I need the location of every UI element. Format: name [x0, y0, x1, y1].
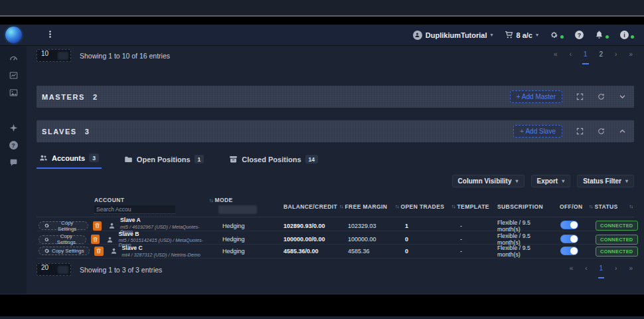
cell-free-margin: 100000.00	[335, 236, 392, 243]
sort-icon[interactable]: ↑↓	[395, 203, 399, 209]
pagination-first[interactable]: «	[552, 51, 559, 63]
sort-icon[interactable]: ↑↓	[209, 197, 213, 203]
table-toolbar: Column Visibility▾ Export▾ Status Filter…	[37, 175, 634, 187]
toggle-knob	[570, 235, 578, 243]
sidebar-analytics-chart-icon[interactable]	[9, 71, 18, 80]
account-avatar-icon	[106, 236, 114, 243]
status-dot	[605, 35, 609, 39]
slaves-count: 3	[85, 128, 89, 136]
pagination-prev[interactable]: ‹	[584, 265, 588, 277]
col-status: STATUS	[595, 203, 618, 210]
chevron-down-icon: ▾	[491, 33, 493, 38]
delete-account-button[interactable]	[91, 235, 100, 244]
add-master-button[interactable]: + Add Master	[510, 90, 562, 103]
pagination-first[interactable]: «	[568, 265, 575, 277]
app-window: DuplikiumTutorial ▾ 8 a/c ▾ ? i	[0, 25, 644, 294]
cell-open-trades: 0	[392, 236, 445, 243]
pagination-page-1[interactable]: 1	[582, 51, 589, 64]
collapse-chevron-up-icon[interactable]	[619, 128, 626, 135]
sort-icon[interactable]: ↑↓	[339, 203, 343, 209]
pagination-last[interactable]: »	[627, 265, 634, 277]
pagination-next[interactable]: ›	[613, 51, 618, 63]
cell-subscription: Flexible / 9.5 month(s)	[484, 219, 548, 233]
help-button[interactable]: ?	[575, 31, 584, 39]
sort-icon[interactable]: ↑↓	[589, 203, 593, 209]
masters-list-controls: 10 Showing 1 to 10 of 16 entries « ‹ 1 2…	[37, 49, 634, 66]
cell-mode: Hedging	[209, 248, 270, 255]
pagination-last[interactable]: »	[627, 51, 634, 63]
expand-icon[interactable]	[576, 93, 584, 100]
sidebar-feedback-chat-icon[interactable]	[9, 158, 18, 167]
cell-template: -	[445, 248, 484, 255]
sidebar-dashboard-gauge-icon[interactable]	[9, 54, 18, 62]
pagination-top: « ‹ 1 2 › »	[552, 51, 634, 64]
column-visibility-button[interactable]: Column Visibility▾	[452, 175, 524, 187]
kebab-menu-icon[interactable]	[45, 30, 54, 41]
pagination-next[interactable]: ›	[613, 265, 618, 277]
export-button[interactable]: Export▾	[531, 175, 571, 187]
delete-account-button[interactable]	[93, 221, 102, 231]
archive-icon	[229, 155, 238, 163]
copy-settings-button[interactable]: Copy Settings	[39, 235, 86, 244]
slaves-accounts-table: ACCOUNT ↑↓MODE BALANCE/CREDIT ↑↓FREE MAR…	[37, 192, 634, 259]
account-details: mt4 / 3287312 (USD) / Netrins-Demo	[122, 253, 201, 257]
sort-icon[interactable]: ↑↓	[629, 203, 633, 209]
chevron-down-icon: ▾	[536, 33, 538, 38]
user-menu[interactable]: DuplikiumTutorial ▾	[413, 31, 493, 40]
cell-subscription: Flexible / 9.5 month(s)	[484, 245, 548, 258]
expand-icon[interactable]	[576, 128, 584, 135]
trash-icon	[92, 237, 98, 243]
delete-account-button[interactable]	[94, 247, 104, 256]
sidebar-sparkle-icon[interactable]	[9, 124, 18, 132]
tab-open-positions[interactable]: Open Positions 1	[121, 155, 206, 169]
masters-section-bar: MASTERS 2 + Add Master	[37, 86, 634, 108]
mode-filter-blurred[interactable]	[218, 205, 257, 214]
tab-open-positions-count: 1	[195, 155, 204, 163]
masters-title: MASTERS	[42, 93, 85, 101]
cell-open-trades: 1	[392, 223, 445, 229]
sidebar-screens-image-icon[interactable]	[9, 88, 18, 97]
accounts-cart-menu[interactable]: 8 a/c ▾	[505, 31, 538, 39]
pagination-page-2[interactable]: 2	[598, 51, 605, 63]
account-search-input[interactable]	[94, 205, 175, 214]
cell-template: -	[445, 223, 484, 229]
settings-gear-button[interactable]	[550, 31, 564, 39]
page-size-select-bottom[interactable]: 20	[37, 263, 71, 276]
copy-settings-button[interactable]: Copy Settings	[39, 221, 88, 230]
cell-balance: 102890.93/0.00	[270, 223, 335, 229]
refresh-icon[interactable]	[598, 128, 605, 135]
copy-settings-button[interactable]: Copy Settings	[39, 247, 90, 255]
tab-closed-positions[interactable]: Closed Positions 14	[226, 155, 321, 169]
toggle-knob	[570, 247, 578, 255]
status-filter-button[interactable]: Status Filter▾	[577, 175, 634, 187]
page-size-select-top[interactable]: 10	[37, 49, 71, 62]
sort-icon[interactable]: ↑↓	[451, 203, 455, 209]
add-slave-button[interactable]: + Add Slave	[513, 125, 562, 138]
slaves-list-controls: 20 Showing 1 to 3 of 3 entries « ‹ 1 › »	[37, 263, 634, 278]
cell-free-margin: 4585.36	[335, 248, 392, 255]
status-dot	[560, 35, 564, 39]
status-dot	[631, 35, 634, 39]
users-icon	[39, 154, 48, 162]
main-content: 10 Showing 1 to 10 of 16 entries « ‹ 1 2…	[27, 45, 644, 294]
offon-toggle[interactable]	[560, 235, 578, 243]
refresh-icon[interactable]	[598, 93, 605, 100]
offon-toggle[interactable]	[560, 247, 578, 255]
app-logo[interactable]	[5, 27, 22, 43]
pagination-bottom: « ‹ 1 › »	[568, 265, 634, 278]
masters-count: 2	[93, 93, 97, 101]
pagination-page-1[interactable]: 1	[598, 265, 605, 278]
notifications-bell-button[interactable]	[595, 31, 609, 39]
offon-toggle[interactable]	[560, 221, 578, 229]
showing-entries-bottom: Showing 1 to 3 of 3 entries	[80, 266, 162, 274]
sidebar-help-question-icon[interactable]: ?	[9, 141, 18, 150]
cell-free-margin: 102329.03	[335, 223, 392, 229]
left-sidebar: ?	[0, 45, 27, 294]
tab-accounts[interactable]: Accounts 3	[37, 154, 102, 169]
folder-icon	[124, 155, 133, 163]
chevron-down-icon: ▾	[625, 179, 628, 184]
collapse-chevron-down-icon[interactable]	[619, 93, 626, 100]
pagination-prev[interactable]: ‹	[568, 51, 573, 63]
info-button[interactable]: i	[620, 31, 634, 39]
col-offon: OFF/ON	[548, 192, 585, 217]
